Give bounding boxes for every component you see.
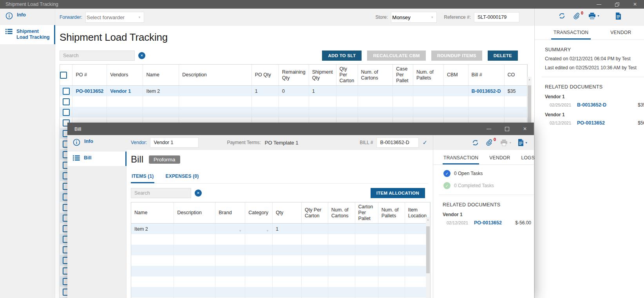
print-icon[interactable]: ▼ bbox=[588, 13, 600, 19]
col-header[interactable]: Qty bbox=[272, 202, 301, 224]
clear-search-icon[interactable]: ✕ bbox=[138, 52, 145, 59]
doc-vendor: Vendor 1 bbox=[545, 94, 644, 99]
bill-link[interactable]: B-0013652-D bbox=[472, 88, 501, 94]
attachment-icon[interactable]: 0 bbox=[485, 139, 492, 146]
tab-transaction[interactable]: TRANSACTION bbox=[443, 152, 479, 164]
col-header[interactable]: Name bbox=[143, 65, 179, 86]
row-checkbox[interactable] bbox=[63, 109, 70, 116]
tab-items[interactable]: ITEMS (1) bbox=[131, 171, 154, 183]
scrollbar-thumb[interactable] bbox=[426, 226, 430, 273]
maximize-button[interactable] bbox=[498, 123, 516, 135]
col-header[interactable]: Description bbox=[174, 202, 215, 224]
category-dropdown-icon[interactable]: ▼ bbox=[266, 229, 269, 233]
table-row bbox=[60, 96, 527, 107]
table-row bbox=[131, 287, 430, 298]
select-all-checkbox[interactable] bbox=[60, 72, 67, 79]
open-tasks[interactable]: ✓ 0 Open Tasks bbox=[443, 170, 534, 177]
bill-dialog: Bill — ✕ Info Bill Vendor: Payment Terms… bbox=[67, 123, 534, 298]
table-scrollbar[interactable]: ▲ bbox=[426, 217, 430, 298]
toolbar-icons: 0 ▼ bbox=[558, 12, 621, 20]
page-title: Shipment Load Tracking bbox=[60, 31, 534, 43]
sidebar-item-shipment-load-tracking[interactable]: Shipment Load Tracking bbox=[0, 25, 55, 44]
col-header[interactable]: Num. of Cartons bbox=[328, 202, 355, 224]
col-header[interactable]: Bill # bbox=[468, 65, 504, 86]
store-input[interactable] bbox=[391, 13, 427, 22]
print-icon[interactable]: ▼ bbox=[500, 139, 512, 146]
po-link[interactable]: PO-0013652 bbox=[76, 88, 103, 94]
col-header[interactable]: CBM bbox=[443, 65, 468, 86]
completed-tasks[interactable]: ✓ 0 Completed Tasks bbox=[443, 182, 534, 189]
tab-vendor[interactable]: VENDOR bbox=[608, 26, 633, 40]
table-row bbox=[131, 276, 430, 287]
info-icon bbox=[73, 139, 80, 148]
tab-vendor[interactable]: VENDOR bbox=[488, 152, 511, 164]
item-allocation-button[interactable]: ITEM ALLOCATION bbox=[371, 188, 425, 198]
shipment-qty-cell: 1 bbox=[309, 86, 336, 97]
divider bbox=[439, 195, 534, 195]
attachment-icon[interactable]: 0 bbox=[573, 13, 580, 20]
scroll-up-icon[interactable]: ▲ bbox=[426, 217, 430, 221]
col-header[interactable]: CO bbox=[504, 65, 527, 86]
bill-number-input[interactable] bbox=[376, 137, 419, 148]
tab-logs[interactable]: LOGS bbox=[520, 152, 535, 164]
col-header[interactable]: Remaining Qty bbox=[279, 65, 309, 86]
doc-link[interactable]: PO-0013652 bbox=[474, 220, 502, 226]
document-icon[interactable]: ▼ bbox=[518, 139, 528, 146]
col-header[interactable]: Description bbox=[179, 65, 251, 86]
col-header[interactable]: Shipment Qty bbox=[309, 65, 336, 86]
col-header[interactable]: Vendors bbox=[107, 65, 143, 86]
doc-link[interactable]: PO-0013652 bbox=[577, 120, 605, 126]
chevron-down-icon: ▼ bbox=[525, 141, 528, 144]
sidebar-item-label: Info bbox=[84, 139, 93, 145]
minimize-button[interactable]: — bbox=[480, 123, 498, 135]
refresh-icon[interactable] bbox=[558, 12, 566, 20]
delete-button[interactable]: DELETE bbox=[488, 51, 518, 61]
scroll-up-icon[interactable]: ▲ bbox=[527, 77, 532, 81]
document-icon[interactable] bbox=[615, 13, 621, 20]
close-button[interactable]: ✕ bbox=[516, 123, 534, 135]
col-header[interactable]: Num. of Pallets bbox=[413, 65, 443, 86]
col-header[interactable]: Num. of Cartons bbox=[358, 65, 393, 86]
brand-dropdown-icon[interactable]: ▼ bbox=[239, 229, 242, 233]
tab-transaction[interactable]: TRANSACTION bbox=[551, 26, 591, 40]
bill-sidebar-item-info[interactable]: Info bbox=[67, 135, 126, 152]
col-header[interactable]: Brand bbox=[215, 202, 245, 224]
forwarder-select[interactable]: ▼ bbox=[85, 12, 144, 23]
col-header[interactable]: Carton Per Pallet bbox=[355, 202, 378, 224]
search-input[interactable] bbox=[60, 51, 135, 61]
restore-button[interactable] bbox=[608, 0, 626, 9]
tab-expenses[interactable]: EXPENSES (0) bbox=[165, 171, 199, 183]
confirm-check-icon[interactable]: ✓ bbox=[422, 139, 427, 146]
related-documents-title: RELATED DOCUMENTS bbox=[545, 84, 644, 90]
close-button[interactable]: ✕ bbox=[626, 0, 644, 9]
restore-icon bbox=[615, 2, 619, 7]
store-select[interactable]: ▼ bbox=[391, 12, 437, 23]
col-header[interactable]: Case Per Pallet bbox=[393, 65, 413, 86]
vendor-input[interactable] bbox=[150, 137, 199, 148]
clear-search-icon[interactable]: ✕ bbox=[195, 190, 202, 197]
vendor-link[interactable]: Vendor 1 bbox=[110, 88, 131, 94]
col-header[interactable]: Qty Per Carton bbox=[336, 65, 358, 86]
bill-sidebar-item-bill[interactable]: Bill bbox=[67, 152, 126, 166]
add-to-slt-button[interactable]: ADD TO SLT bbox=[322, 51, 362, 61]
reference-input[interactable] bbox=[474, 12, 519, 22]
refresh-icon[interactable] bbox=[472, 139, 479, 146]
col-header[interactable]: PO Qty bbox=[251, 65, 279, 86]
roundup-items-button[interactable]: ROUNDUP ITEMS bbox=[431, 51, 482, 61]
bill-action-row: ✕ ITEM ALLOCATION bbox=[126, 188, 433, 198]
row-checkbox[interactable] bbox=[63, 98, 70, 105]
search-input[interactable] bbox=[131, 188, 191, 198]
row-checkbox[interactable] bbox=[63, 88, 70, 95]
sidebar-item-info[interactable]: Info bbox=[0, 9, 55, 25]
forwarder-input[interactable] bbox=[86, 13, 134, 22]
col-header[interactable]: Name bbox=[131, 202, 174, 224]
col-header[interactable]: Num. of Pallets bbox=[378, 202, 405, 224]
document-row: 02/12/2021 PO-0013652 $-56.00 bbox=[447, 220, 531, 226]
col-header[interactable]: Qty Per Carton bbox=[301, 202, 328, 224]
doc-link[interactable]: B-0013652-D bbox=[577, 102, 606, 108]
col-header[interactable]: PO # bbox=[72, 65, 107, 86]
minimize-button[interactable]: — bbox=[590, 0, 608, 9]
col-header[interactable]: Category bbox=[245, 202, 273, 224]
store-label: Store: bbox=[375, 14, 388, 20]
recalculate-cbm-button[interactable]: RECALCULATE CBM bbox=[367, 51, 425, 61]
